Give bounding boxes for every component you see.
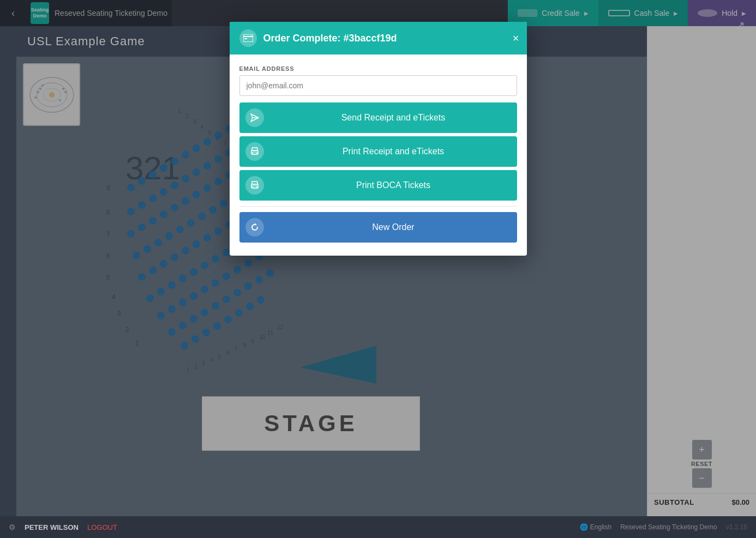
flag-icon: 🌐 xyxy=(580,523,588,531)
settings-icon[interactable]: ⚙ xyxy=(9,523,16,531)
language-label: English xyxy=(590,523,611,531)
svg-rect-152 xyxy=(243,34,253,42)
modal-body: EMAIL ADDRESS Send Receipt and eTickets xyxy=(230,55,527,256)
print-receipt-button[interactable]: Print Receipt and eTickets xyxy=(239,136,517,167)
send-icon xyxy=(245,108,264,127)
new-order-icon xyxy=(245,218,264,237)
language-selector[interactable]: 🌐 English xyxy=(580,523,611,531)
modal-close-button[interactable]: × xyxy=(513,33,519,44)
email-input[interactable] xyxy=(239,75,517,96)
send-receipt-button[interactable]: Send Receipt and eTickets xyxy=(239,102,517,133)
print-receipt-icon xyxy=(245,142,264,161)
new-order-icon-area xyxy=(239,212,270,243)
bottom-status-bar: ⚙ PETER WILSON LOGOUT 🌐 English Reseved … xyxy=(0,516,756,538)
print-receipt-label: Print Receipt and eTickets xyxy=(270,147,517,156)
svg-rect-154 xyxy=(244,38,247,39)
version-label: v1.2.16 xyxy=(726,523,747,531)
user-name: PETER WILSON xyxy=(25,523,79,531)
print-boca-icon xyxy=(245,176,264,195)
modal-title-text: Order Complete: xyxy=(263,33,344,44)
modal-divider xyxy=(239,206,517,207)
logout-button[interactable]: LOGOUT xyxy=(87,523,117,531)
print-boca-label: Print BOCA Tickets xyxy=(270,180,517,190)
new-order-label: New Order xyxy=(270,222,517,232)
new-order-button[interactable]: New Order xyxy=(239,212,517,243)
order-complete-modal: Order Complete: #3baccf19d × EMAIL ADDRE… xyxy=(230,22,527,256)
modal-header-icon xyxy=(239,29,257,47)
boca-icon-area xyxy=(239,170,270,201)
modal-order-id: #3baccf19d xyxy=(344,33,397,44)
credit-card-header-icon xyxy=(243,34,253,42)
modal-title: Order Complete: #3baccf19d xyxy=(263,33,397,44)
send-icon-area xyxy=(239,102,270,133)
send-receipt-label: Send Receipt and eTickets xyxy=(270,113,517,123)
email-label: EMAIL ADDRESS xyxy=(239,65,517,72)
modal-overlay: Order Complete: #3baccf19d × EMAIL ADDRE… xyxy=(0,0,756,516)
modal-header: Order Complete: #3baccf19d × xyxy=(230,22,527,55)
print-icon-area xyxy=(239,136,270,167)
print-boca-button[interactable]: Print BOCA Tickets xyxy=(239,170,517,201)
svg-marker-163 xyxy=(255,223,257,225)
bottom-demo-title: Reseved Seating Ticketing Demo xyxy=(620,523,717,531)
